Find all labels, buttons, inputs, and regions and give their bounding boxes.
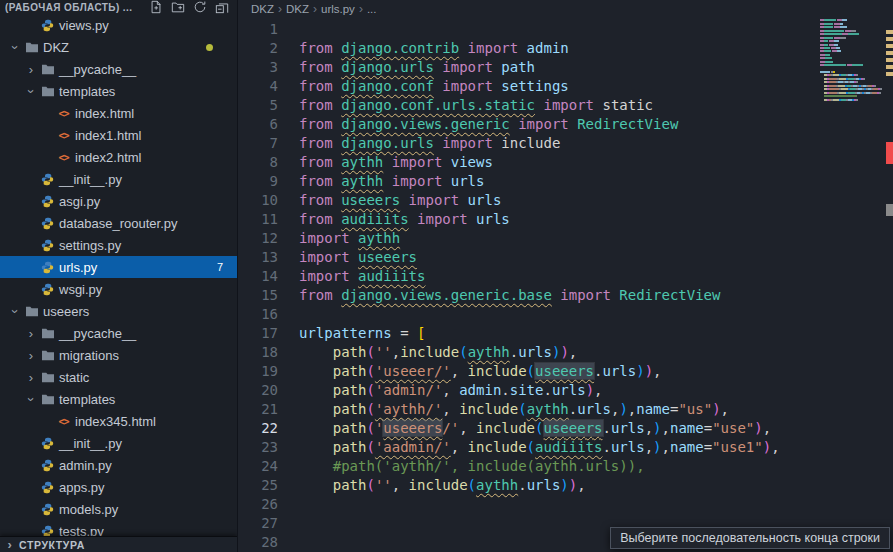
new-folder-icon[interactable]: [171, 0, 185, 14]
code-line-text[interactable]: path('admin/', admin.site.urls),: [278, 381, 603, 400]
line-number[interactable]: 19: [238, 362, 278, 381]
tree-item-index2.html[interactable]: <>index2.html: [0, 146, 237, 168]
line-number[interactable]: 10: [238, 191, 278, 210]
code-line-text[interactable]: from django.views.generic import Redirec…: [278, 115, 678, 134]
tree-item-index1.html[interactable]: <>index1.html: [0, 124, 237, 146]
line-number[interactable]: 23: [238, 438, 278, 457]
code-line-text[interactable]: from django.views.generic.base import Re…: [278, 286, 720, 305]
code-line-text[interactable]: import useeers: [278, 248, 417, 267]
line-number[interactable]: 22: [238, 419, 278, 438]
breadcrumb-item[interactable]: ...: [367, 3, 377, 15]
tree-item-label: urls.py: [59, 260, 97, 275]
line-number[interactable]: 18: [238, 343, 278, 362]
collapse-all-icon[interactable]: [215, 0, 229, 14]
line-number[interactable]: 3: [238, 58, 278, 77]
code-line-text[interactable]: path('aythh/', include(aythh.urls,),name…: [278, 400, 729, 419]
tree-item-database_roouter.py[interactable]: database_roouter.py: [0, 212, 237, 234]
tree-item-__pycache__[interactable]: ›__pycache__: [0, 322, 237, 344]
tree-item-useeers[interactable]: ›useeers: [0, 300, 237, 322]
line-number[interactable]: 6: [238, 115, 278, 134]
tree-item-admin.py[interactable]: admin.py: [0, 454, 237, 476]
line-number[interactable]: 11: [238, 210, 278, 229]
line-number[interactable]: 8: [238, 153, 278, 172]
code-line-text[interactable]: from django.urls import include: [278, 134, 560, 153]
tree-item-__init__.py[interactable]: __init__.py: [0, 432, 237, 454]
tree-item-apps.py[interactable]: apps.py: [0, 476, 237, 498]
tree-item-asgi.py[interactable]: asgi.py: [0, 190, 237, 212]
tree-item-tests.py[interactable]: tests.py: [0, 520, 237, 537]
line-number[interactable]: 17: [238, 324, 278, 343]
code-line-text[interactable]: [278, 495, 299, 514]
minimap-line: [820, 95, 884, 97]
breadcrumb-item[interactable]: DKZ: [251, 3, 274, 15]
chevron-right-icon: ›: [24, 327, 38, 340]
tree-item-urls.py[interactable]: urls.py7: [0, 256, 237, 278]
code-line-text[interactable]: import audiiits: [278, 267, 425, 286]
tree-item-wsgi.py[interactable]: wsgi.py: [0, 278, 237, 300]
new-file-icon[interactable]: [149, 0, 163, 14]
code-line-text[interactable]: from django.contrib import admin: [278, 39, 569, 58]
line-number[interactable]: 5: [238, 96, 278, 115]
code-line-text[interactable]: path('useeers/', include(useeers.urls,),…: [278, 419, 771, 438]
tree-item-label: __init__.py: [59, 436, 122, 451]
tree-item-models.py[interactable]: models.py: [0, 498, 237, 520]
line-number[interactable]: 20: [238, 381, 278, 400]
code-line-text[interactable]: [278, 20, 299, 39]
tree-item-__pycache__[interactable]: ›__pycache__: [0, 58, 237, 80]
code-line-text[interactable]: [278, 514, 299, 533]
code-line-text[interactable]: from django.conf import settings: [278, 77, 569, 96]
line-number[interactable]: 27: [238, 514, 278, 533]
chevron-down-icon: ›: [25, 84, 38, 98]
code-line-text[interactable]: path('useeer/', include(useeers.urls)),: [278, 362, 662, 381]
outline-section-header[interactable]: › СТРУКТУРА: [0, 536, 237, 552]
tree-item-__init__.py[interactable]: __init__.py: [0, 168, 237, 190]
tree-item-templates[interactable]: ›templates: [0, 80, 237, 102]
line-number[interactable]: 2: [238, 39, 278, 58]
minimap-line: [820, 50, 884, 52]
code-line-text[interactable]: path('', include(aythh.urls)),: [278, 476, 586, 495]
code-line-text[interactable]: #path('aythh/', include(aythh.urls)),: [278, 457, 645, 476]
tree-item-static[interactable]: ›static: [0, 366, 237, 388]
line-number[interactable]: 24: [238, 457, 278, 476]
code-line-text[interactable]: from aythh import urls: [278, 172, 484, 191]
code-line-text[interactable]: path('aadmin/', include(audiiits.urls,),…: [278, 438, 780, 457]
line-number[interactable]: 12: [238, 229, 278, 248]
tree-item-index345.html[interactable]: <>index345.html: [0, 410, 237, 432]
overview-ruler[interactable]: [886, 0, 893, 552]
line-number[interactable]: 4: [238, 77, 278, 96]
minimap[interactable]: [820, 16, 884, 112]
python-file-icon: [38, 261, 57, 274]
tree-item-index.html[interactable]: <>index.html: [0, 102, 237, 124]
code-line-text[interactable]: from aythh import views: [278, 153, 493, 172]
code-line: 24 #path('aythh/', include(aythh.urls)),: [238, 457, 819, 476]
line-number[interactable]: 16: [238, 305, 278, 324]
line-number[interactable]: 26: [238, 495, 278, 514]
code-line-text[interactable]: from audiiits import urls: [278, 210, 510, 229]
line-number[interactable]: 21: [238, 400, 278, 419]
line-number[interactable]: 15: [238, 286, 278, 305]
tree-item-views.py[interactable]: views.py: [0, 14, 237, 36]
tree-item-migrations[interactable]: ›migrations: [0, 344, 237, 366]
code-line-text[interactable]: path('',include(aythh.urls)),: [278, 343, 577, 362]
code-line-text[interactable]: [278, 533, 299, 552]
refresh-icon[interactable]: [193, 0, 207, 14]
code-line-text[interactable]: [278, 305, 299, 324]
tree-item-DKZ[interactable]: ›DKZ: [0, 36, 237, 58]
line-number[interactable]: 7: [238, 134, 278, 153]
code-line-text[interactable]: from django.conf.urls.static import stat…: [278, 96, 653, 115]
code-line-text[interactable]: from useeers import urls: [278, 191, 501, 210]
code-line-text[interactable]: urlpatterns = [: [278, 324, 425, 343]
line-number[interactable]: 13: [238, 248, 278, 267]
line-number[interactable]: 1: [238, 20, 278, 39]
line-number[interactable]: 9: [238, 172, 278, 191]
code-line-text[interactable]: from django.urls import path: [278, 58, 535, 77]
line-number[interactable]: 25: [238, 476, 278, 495]
breadcrumb-item[interactable]: urls.py: [321, 3, 355, 15]
line-number[interactable]: 28: [238, 533, 278, 552]
code-line-text[interactable]: import aythh: [278, 229, 400, 248]
line-number[interactable]: 14: [238, 267, 278, 286]
tree-item-settings.py[interactable]: settings.py: [0, 234, 237, 256]
tree-item-label: index1.html: [75, 128, 141, 143]
tree-item-templates[interactable]: ›templates: [0, 388, 237, 410]
breadcrumb-item[interactable]: DKZ: [286, 3, 309, 15]
